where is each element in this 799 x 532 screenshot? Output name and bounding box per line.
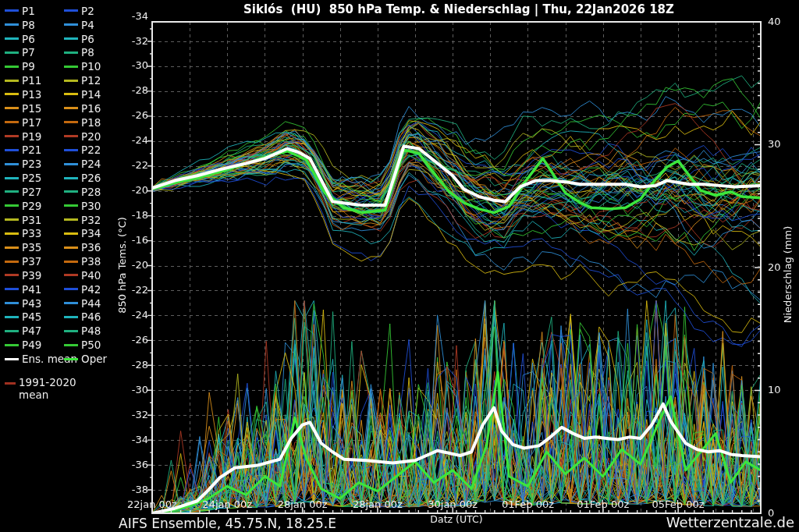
legend-member-label: P46 [81, 310, 101, 323]
legend-color-swatch [5, 121, 19, 123]
temp-axis-tick: -38 [114, 484, 148, 495]
legend-member-label: P34 [81, 227, 101, 239]
date-axis-title: Datz (UTC) [386, 513, 527, 525]
legend-color-swatch [64, 232, 78, 235]
legend-item-p8: P8 [5, 19, 64, 31]
legend-member-label: P47 [22, 325, 41, 337]
legend-member-label: P50 [81, 339, 101, 351]
legend-row: P35P36 [5, 240, 122, 254]
legend-member-label: P28 [81, 186, 101, 198]
legend-color-swatch [64, 149, 78, 151]
legend-member-label: P17 [22, 116, 41, 129]
legend-color-swatch [64, 190, 78, 193]
temp-axis-tick: -22 [114, 159, 148, 171]
legend-member-label: P9 [22, 60, 35, 73]
legend-row: P31P32 [5, 213, 122, 227]
legend-color-swatch [64, 261, 78, 263]
legend-item-p40: P40 [64, 269, 115, 282]
legend-item-p11: P11 [5, 74, 64, 87]
legend-row: P47P48 [5, 324, 122, 338]
legend-item-p8: P8 [64, 46, 115, 59]
legend-item-p45: P45 [5, 310, 64, 323]
temp-axis-tick: -30 [114, 384, 148, 395]
legend-member-label: P19 [22, 130, 41, 143]
legend-item-p46: P46 [64, 310, 115, 323]
legend-climate-label: 1991-2020 mean [19, 377, 86, 402]
legend-item-p42: P42 [64, 283, 115, 296]
legend-member-label: P23 [22, 158, 41, 170]
legend-member-label: P26 [81, 172, 101, 184]
legend-color-swatch [5, 190, 19, 193]
legend-item-p35: P35 [5, 241, 64, 254]
legend-color-swatch [64, 93, 78, 95]
temp-axis-tick: -32 [114, 409, 148, 420]
legend-row: P25P26 [5, 171, 122, 185]
legend-item-p32: P32 [64, 214, 115, 226]
legend-color-swatch [5, 107, 19, 109]
legend-member-label: P4 [81, 19, 94, 31]
temp-axis-title: 850 hPa Tems. (°C) [116, 217, 128, 314]
legend-color-swatch [5, 51, 19, 54]
legend-row: P11P12 [5, 73, 122, 87]
temp-axis-tick: -34 [114, 434, 148, 445]
legend-color-swatch [64, 107, 78, 109]
legend-color-swatch [5, 232, 19, 235]
legend-member-label: P30 [81, 200, 101, 212]
legend-color-swatch [5, 382, 16, 385]
legend-color-swatch [64, 218, 78, 221]
ensemble-meteogram: Siklós (HU) 850 hPa Temp. & Niederschlag… [0, 0, 799, 532]
legend-row: P29P30 [5, 199, 122, 213]
legend-member-label: P25 [22, 172, 41, 184]
legend-item-p14: P14 [64, 88, 115, 101]
legend-item-p27: P27 [5, 186, 64, 198]
legend-item-p15: P15 [5, 102, 64, 115]
legend-member-label: P15 [22, 102, 41, 115]
precip-axis-tick: 30 [768, 138, 794, 150]
date-axis-tick: 01Feb 00z [485, 498, 571, 510]
legend-color-swatch [5, 246, 19, 249]
legend-member-label: P6 [81, 33, 94, 45]
temp-axis-tick: -28 [114, 359, 148, 371]
legend-item-p36: P36 [64, 241, 115, 254]
legend-member-label: P32 [81, 214, 101, 226]
legend-item-p4: P4 [64, 19, 115, 31]
legend-color-swatch [5, 177, 19, 179]
legend-color-swatch [64, 302, 78, 304]
legend-member-label: P22 [81, 144, 101, 156]
legend-member-label: P33 [22, 227, 41, 239]
legend-item-p30: P30 [64, 200, 115, 212]
date-axis-tick: 28jan 00z [260, 498, 346, 510]
legend-member-label: P36 [81, 241, 101, 254]
legend-row: P6P6 [5, 32, 122, 46]
legend-member-label: P16 [81, 102, 101, 115]
legend-member-label: P45 [22, 310, 41, 323]
legend-member-label: P11 [22, 74, 41, 87]
legend-item-p12: P12 [64, 74, 115, 87]
precip-axis-tick: 10 [768, 384, 794, 395]
legend-item-p37: P37 [5, 255, 64, 268]
legend-color-swatch [64, 121, 78, 123]
date-axis-tick: 28jan 00z [335, 498, 421, 510]
legend-member-label: P1 [22, 5, 35, 17]
legend-item-ens-mean: Ens. mean [5, 353, 64, 365]
legend-item-p1: P1 [5, 5, 64, 17]
legend-item-p47: P47 [5, 325, 64, 337]
legend-row: P45P46 [5, 310, 122, 325]
legend-color-swatch [64, 344, 78, 346]
legend-member-label: Oper [81, 353, 107, 365]
legend-member-label: P38 [81, 255, 101, 268]
legend-row: P17P18 [5, 115, 122, 129]
legend-row: P41P42 [5, 282, 122, 296]
legend-member-label: P18 [81, 116, 101, 129]
legend-color-swatch [5, 149, 19, 151]
legend-member-label: P10 [81, 60, 101, 73]
legend-item-p18: P18 [64, 116, 115, 129]
legend-member-label: P24 [81, 158, 101, 170]
legend-row: P19P20 [5, 129, 122, 144]
legend-member-label: P7 [22, 46, 35, 59]
legend-color-swatch [64, 37, 78, 40]
ensemble-legend: P1P2P8P4P6P6P7P8P9P10P11P12P13P14P15P16P… [5, 4, 122, 402]
legend-color-swatch [5, 288, 19, 290]
legend-member-label: P31 [22, 214, 41, 226]
temp-axis-tick: -20 [114, 184, 148, 196]
